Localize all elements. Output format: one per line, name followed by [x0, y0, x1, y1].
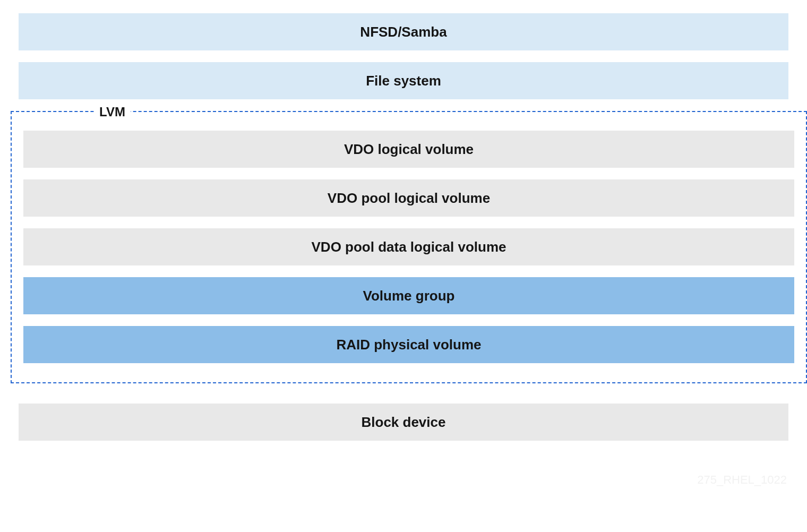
layer-label: Block device [362, 414, 446, 431]
layer-label: NFSD/Samba [360, 24, 447, 40]
layer-vdo-pool-data-logical-volume: VDO pool data logical volume [23, 228, 794, 265]
lvm-label: LVM [94, 105, 131, 119]
layer-volume-group: Volume group [23, 277, 794, 314]
layer-nfsd-samba: NFSD/Samba [19, 13, 788, 50]
footer-id: 275_RHEL_1022 [697, 473, 787, 487]
layer-label: VDO pool logical volume [328, 190, 490, 207]
layer-vdo-logical-volume: VDO logical volume [23, 131, 794, 168]
layer-vdo-pool-logical-volume: VDO pool logical volume [23, 179, 794, 217]
lvm-container: LVM VDO logical volume VDO pool logical … [11, 111, 807, 383]
layer-raid-physical-volume: RAID physical volume [23, 326, 794, 363]
layer-label: Volume group [363, 288, 455, 304]
layer-label: File system [366, 73, 441, 89]
layer-label: VDO pool data logical volume [312, 239, 506, 255]
layer-label: RAID physical volume [336, 337, 481, 353]
layer-file-system: File system [19, 62, 788, 99]
layer-block-device: Block device [19, 404, 788, 441]
layer-label: VDO logical volume [344, 141, 474, 158]
